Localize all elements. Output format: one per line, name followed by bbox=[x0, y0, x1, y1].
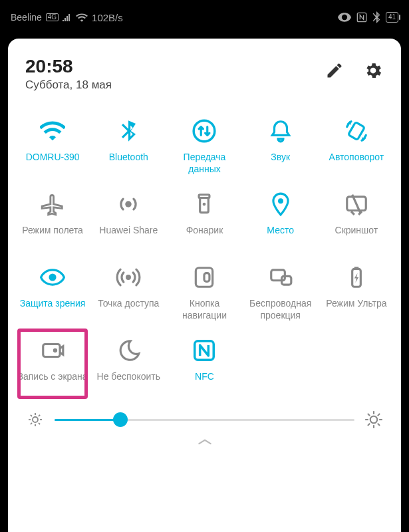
tile-label: Скриншот bbox=[334, 225, 380, 249]
tile-dnd[interactable]: Не беспокоить bbox=[90, 330, 166, 400]
tile-ultra[interactable]: Режим Ультра bbox=[319, 257, 394, 327]
tile-wifi[interactable]: DOMRU-390 bbox=[15, 110, 90, 181]
brightness-low-icon bbox=[25, 410, 45, 430]
tile-label: Автоповорот bbox=[328, 152, 386, 176]
clock-date: Суббота, 18 мая bbox=[25, 78, 112, 92]
tile-label: DOMRU-390 bbox=[25, 152, 81, 176]
wifi-status-icon bbox=[76, 13, 88, 22]
rotate-icon bbox=[341, 116, 372, 146]
svg-point-10 bbox=[370, 416, 378, 424]
screenrec-icon bbox=[37, 335, 68, 366]
torch-icon bbox=[189, 189, 219, 219]
tile-label: Huawei Share bbox=[98, 225, 159, 249]
svg-line-18 bbox=[378, 414, 380, 416]
bell-icon bbox=[265, 116, 296, 146]
airplane-icon bbox=[37, 189, 68, 219]
svg-point-1 bbox=[33, 417, 38, 422]
tile-label: Запись с экрана bbox=[17, 371, 89, 395]
data-icon bbox=[189, 116, 219, 146]
tile-label: Режим Ультра bbox=[325, 298, 388, 322]
svg-line-8 bbox=[31, 423, 32, 424]
status-bar: Beeline 4G 102B/s 41 bbox=[0, 0, 409, 35]
svg-line-7 bbox=[39, 423, 40, 424]
tile-airplane[interactable]: Режим полета bbox=[15, 184, 90, 254]
eye-icon bbox=[37, 262, 68, 293]
tile-nfc[interactable]: NFC bbox=[166, 330, 242, 400]
svg-line-9 bbox=[39, 415, 40, 416]
signal-icon bbox=[63, 13, 72, 21]
carrier-label: Beeline bbox=[11, 12, 42, 23]
cast-icon bbox=[265, 262, 296, 293]
screenshot-icon bbox=[341, 189, 372, 219]
moon-icon bbox=[113, 335, 144, 366]
svg-line-6 bbox=[31, 415, 32, 416]
tile-hotspot[interactable]: Точка доступа bbox=[90, 257, 166, 327]
hotspot-icon bbox=[113, 262, 144, 293]
expand-handle[interactable] bbox=[15, 432, 394, 448]
tile-hshare[interactable]: Huawei Share bbox=[90, 184, 166, 254]
bluetooth-icon bbox=[113, 116, 144, 146]
tile-label: Беспроводная проекция bbox=[244, 298, 317, 322]
tile-data[interactable]: Передача данных bbox=[166, 110, 242, 181]
data-speed-label: 102B/s bbox=[92, 12, 123, 23]
tile-label: Передача данных bbox=[168, 152, 241, 176]
tile-cast[interactable]: Беспроводная проекция bbox=[243, 257, 319, 327]
wifi-icon bbox=[37, 116, 68, 146]
brightness-high-icon bbox=[364, 410, 384, 430]
brightness-row bbox=[15, 403, 394, 432]
tile-label: Звук bbox=[269, 152, 291, 176]
tile-label: Bluetooth bbox=[108, 152, 150, 176]
tile-label: NFC bbox=[194, 371, 215, 395]
svg-line-15 bbox=[368, 414, 370, 416]
tile-label: Защита зрения bbox=[19, 298, 87, 322]
tile-label: Фонарик bbox=[185, 225, 225, 249]
tile-screenrec[interactable]: Запись с экрана bbox=[15, 330, 90, 400]
settings-button[interactable] bbox=[362, 60, 384, 81]
tiles-grid: DOMRU-390BluetoothПередача данныхЗвукАвт… bbox=[15, 110, 394, 400]
panel-header: 20:58 Суббота, 18 мая bbox=[15, 52, 394, 98]
brightness-slider[interactable] bbox=[55, 410, 354, 430]
network-4g-icon: 4G bbox=[46, 13, 59, 21]
battery-ultra-icon bbox=[341, 262, 372, 293]
tile-label: Режим полета bbox=[21, 225, 84, 249]
tile-navkey[interactable]: Кнопка навигации bbox=[166, 257, 242, 327]
battery-status-icon: 41 bbox=[386, 12, 398, 23]
tile-screenshot[interactable]: Скриншот bbox=[319, 184, 394, 254]
location-icon bbox=[265, 189, 296, 219]
tile-sound[interactable]: Звук bbox=[243, 110, 319, 181]
tile-bluetooth[interactable]: Bluetooth bbox=[90, 110, 166, 181]
nfc-status-icon bbox=[356, 12, 367, 23]
tile-label: Точка доступа bbox=[96, 298, 160, 322]
navkey-icon bbox=[189, 262, 219, 293]
svg-line-16 bbox=[378, 424, 380, 426]
quick-settings-panel: 20:58 Суббота, 18 мая DOMRU-390Bluetooth… bbox=[8, 39, 401, 532]
tile-label: Не беспокоить bbox=[96, 371, 162, 395]
svg-line-17 bbox=[368, 424, 370, 426]
share-icon bbox=[113, 189, 144, 219]
eye-comfort-status-icon bbox=[338, 13, 351, 22]
tile-torch[interactable]: Фонарик bbox=[166, 184, 242, 254]
tile-location[interactable]: Место bbox=[243, 184, 319, 254]
clock-time: 20:58 bbox=[25, 56, 112, 77]
tile-rotate[interactable]: Автоповорот bbox=[319, 110, 394, 181]
tile-label: Кнопка навигации bbox=[168, 298, 241, 322]
nfc-icon bbox=[189, 335, 219, 366]
bluetooth-status-icon bbox=[372, 11, 380, 23]
tile-label: Место bbox=[265, 225, 295, 249]
tile-eyecare[interactable]: Защита зрения bbox=[15, 257, 90, 327]
edit-button[interactable] bbox=[324, 60, 345, 81]
